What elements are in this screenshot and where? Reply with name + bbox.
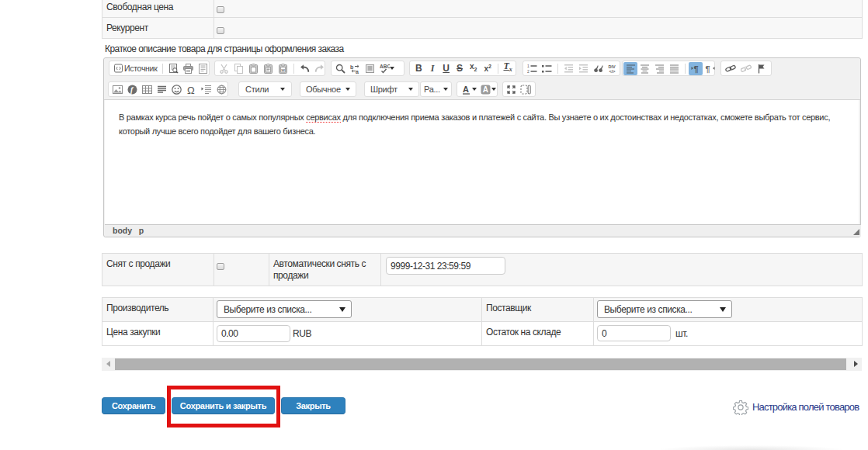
- svg-text:A: A: [483, 85, 488, 94]
- svg-text:DIV: DIV: [609, 64, 616, 68]
- svg-text:ABC: ABC: [380, 64, 390, 69]
- svg-text:2: 2: [527, 69, 529, 74]
- svg-text:1: 1: [527, 64, 529, 68]
- svg-text:w: w: [280, 68, 285, 72]
- svg-text:b: b: [350, 64, 353, 69]
- svg-text:¶: ¶: [706, 64, 710, 74]
- svg-text:</>: </>: [609, 69, 616, 74]
- svg-text:a: a: [356, 68, 359, 74]
- svg-text:Ω: Ω: [187, 85, 195, 95]
- svg-text:A: A: [463, 85, 469, 94]
- svg-text:¶: ¶: [693, 64, 698, 74]
